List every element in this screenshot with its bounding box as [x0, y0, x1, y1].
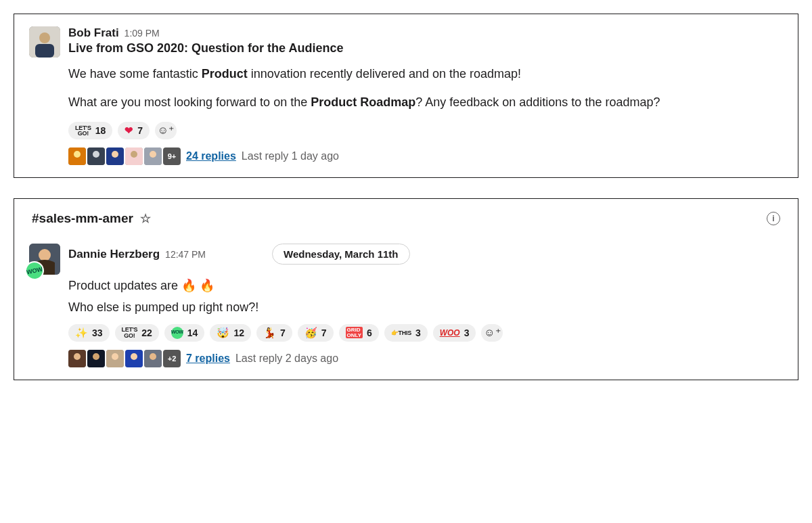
svg-point-18 [93, 353, 99, 360]
heart-icon: ❤ [125, 125, 133, 135]
svg-point-10 [131, 151, 137, 158]
slack-message-bob: Bob Frati 1:09 PM Live from GSO 2020: Qu… [14, 14, 798, 178]
svg-point-4 [74, 151, 81, 158]
author-name[interactable]: Bob Frati [68, 26, 119, 40]
fire-icon: 🔥 [181, 279, 196, 292]
thread-avatar [87, 147, 105, 165]
wow-icon: WOW [171, 327, 183, 339]
reaction-letsgo[interactable]: LET'SGO! 18 [68, 122, 112, 139]
timestamp[interactable]: 12:47 PM [165, 249, 206, 260]
channel-header: #sales-mm-amer ☆ i [29, 211, 783, 226]
this-icon: 👉THIS [391, 330, 411, 336]
timestamp[interactable]: 1:09 PM [125, 28, 160, 39]
info-icon[interactable]: i [767, 212, 780, 225]
thread-avatar [144, 350, 162, 367]
last-reply: Last reply 1 day ago [242, 150, 339, 162]
thread-summary[interactable]: 9+ 24 replies Last reply 1 day ago [68, 147, 783, 165]
replies-link[interactable]: 24 replies [186, 150, 236, 162]
reaction-sparkle[interactable]: ✨ 33 [68, 324, 110, 342]
last-reply: Last reply 2 days ago [235, 353, 338, 365]
channel-name[interactable]: #sales-mm-amer [32, 211, 133, 226]
thread-avatar [125, 350, 143, 367]
reaction-letsgo[interactable]: LET'SGO! 22 [115, 324, 159, 342]
reaction-wow[interactable]: WOW 14 [164, 324, 205, 342]
woo-icon: WOO [440, 328, 460, 338]
letsgo-icon: LET'SGO! [122, 327, 138, 338]
svg-point-20 [112, 353, 118, 360]
avatar[interactable] [29, 26, 60, 58]
thread-avatars: +2 [68, 350, 181, 367]
svg-rect-2 [35, 44, 54, 58]
replies-link[interactable]: 7 replies [186, 353, 230, 365]
star-icon[interactable]: ☆ [140, 211, 151, 226]
face-icon: 🤯 [217, 327, 229, 338]
gridonly-icon: GRIDONLY [346, 327, 363, 338]
reactions-bar: ✨ 33 LET'SGO! 22 WOW 14 🤯 12 💃 7 [68, 324, 783, 342]
message-body: We have some fantastic Product innovatio… [68, 65, 783, 112]
reactions-bar: LET'SGO! 18 ❤ 7 ☺⁺ [68, 122, 783, 139]
thread-avatar [106, 350, 124, 367]
reaction-heart[interactable]: ❤ 7 [118, 122, 150, 139]
reaction-woo[interactable]: WOO 3 [433, 324, 476, 342]
svg-point-8 [112, 151, 118, 158]
thread-avatar [68, 350, 86, 367]
fire-icon: 🔥 [200, 279, 215, 292]
thread-avatar [87, 350, 105, 367]
date-divider[interactable]: Wednesday, March 11th [272, 244, 410, 265]
reaction-face[interactable]: 🤯 12 [210, 324, 251, 342]
face-icon: 🥳 [304, 327, 317, 338]
svg-point-12 [150, 151, 156, 158]
reaction-face2[interactable]: 🥳 7 [298, 324, 334, 342]
svg-point-22 [131, 353, 137, 360]
thread-avatar-more: 9+ [163, 147, 181, 165]
svg-point-24 [150, 353, 156, 360]
svg-point-16 [74, 353, 81, 360]
add-reaction-icon: ☺⁺ [484, 326, 500, 339]
svg-point-1 [39, 32, 50, 43]
thread-avatar [125, 147, 143, 165]
slack-message-dannie: #sales-mm-amer ☆ i WOW Dannie Herzberg 1… [14, 198, 798, 380]
thread-avatar [68, 147, 86, 165]
thread-avatars: 9+ [68, 147, 181, 165]
thread-summary[interactable]: +2 7 replies Last reply 2 days ago [68, 350, 783, 367]
reaction-this[interactable]: 👉THIS 3 [384, 324, 428, 342]
reaction-dance[interactable]: 💃 7 [256, 324, 292, 342]
thread-avatar-more: +2 [163, 350, 181, 367]
svg-point-14 [39, 249, 51, 261]
add-reaction-button[interactable]: ☺⁺ [155, 122, 177, 139]
letsgo-icon: LET'SGO! [75, 125, 91, 136]
sparkle-icon: ✨ [75, 327, 88, 338]
add-reaction-button[interactable]: ☺⁺ [481, 324, 503, 342]
thread-avatar [144, 147, 162, 165]
svg-point-6 [93, 151, 99, 158]
reaction-gridonly[interactable]: GRIDONLY 6 [339, 324, 379, 342]
add-reaction-icon: ☺⁺ [158, 124, 174, 137]
thread-avatar [106, 147, 124, 165]
message-body: Product updates are 🔥 🔥 Who else is pump… [68, 277, 783, 317]
dance-icon: 💃 [263, 327, 276, 338]
author-name[interactable]: Dannie Herzberg [68, 248, 160, 261]
message-subject: Live from GSO 2020: Question for the Aud… [68, 41, 783, 55]
avatar[interactable]: WOW [29, 244, 60, 275]
